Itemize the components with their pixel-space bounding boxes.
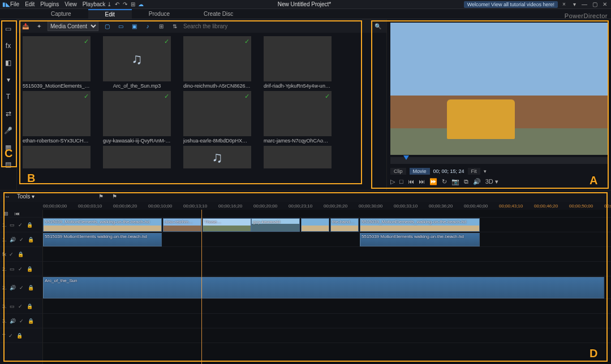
marker-a-icon[interactable]: ⚑ xyxy=(97,192,105,200)
media-thumb[interactable]: ✓dino-reichmuth-A5rCN8626Ck-uns… xyxy=(183,36,251,89)
timeline-track[interactable] xyxy=(43,314,611,328)
media-thumb[interactable]: drif-riadh-YpkuRn54y4w-unsplash.jpg xyxy=(264,36,332,89)
timeline-ruler[interactable]: 00;00;00;0000;00;03;1000;00;06;2000;00;1… xyxy=(0,202,611,210)
title-room[interactable]: T xyxy=(2,90,15,103)
plugin-icon[interactable]: ✦ xyxy=(34,21,44,31)
track-icons[interactable]: ▭ ✓ 🔒 xyxy=(10,266,34,272)
mode-movie[interactable]: Movie xyxy=(410,168,430,175)
threeD-toggle[interactable]: 3D ▾ xyxy=(485,178,498,185)
track-header[interactable]: 1.🔊 ✓ 🔒 xyxy=(0,232,42,247)
filter-video-icon[interactable]: ▭ xyxy=(115,21,126,31)
fit-timeline-icon[interactable]: ↔ xyxy=(3,192,11,200)
sort-icon[interactable]: ⇅ xyxy=(170,21,180,31)
volume-icon[interactable]: 🔊 xyxy=(473,178,481,185)
menu-playback[interactable]: Playback xyxy=(83,1,106,7)
aspect-icon[interactable]: ⊞ xyxy=(129,1,137,8)
tutorial-close-icon[interactable]: × xyxy=(560,1,568,8)
media-thumb[interactable]: ✓5515039_MotionElements_walking-… xyxy=(23,36,91,89)
snapshot-icon[interactable]: 📷 xyxy=(451,178,459,185)
track-icons[interactable]: ▭ ✓ 🔒 xyxy=(10,304,34,309)
pip-room[interactable]: ◧ xyxy=(2,57,15,69)
menu-view[interactable]: View xyxy=(64,1,77,7)
track-header[interactable]: 1.▭ ✓ 🔒 xyxy=(0,218,42,232)
timeline-clip[interactable]: dino-reichm… xyxy=(163,218,201,232)
media-thumb[interactable]: ✓Arc_of_the_Sun.mp3 xyxy=(103,36,171,89)
tab-produce[interactable]: Produce xyxy=(132,10,187,18)
timeline-clip[interactable]: the-band… xyxy=(330,218,359,232)
prev-frame-icon[interactable]: ⏮ xyxy=(408,178,414,185)
transition-room[interactable]: ⇄ xyxy=(2,107,15,120)
particle-room[interactable]: ▾ xyxy=(2,73,15,86)
minimize-icon[interactable]: — xyxy=(580,1,588,8)
search-input[interactable] xyxy=(183,23,371,29)
close-icon[interactable]: ✕ xyxy=(601,1,609,8)
timeline-clip[interactable]: 5515039 MotionElements walking-on-the-be… xyxy=(43,233,162,246)
track-icons[interactable]: 🔊 ✓ 🔒 xyxy=(10,318,35,324)
track-icons[interactable]: ✓ 🔒 xyxy=(9,252,25,257)
playhead[interactable] xyxy=(201,210,202,364)
fx-room[interactable]: fx xyxy=(2,40,15,52)
media-thumb[interactable]: ✓guy-kawasaki-iij-QvyRAnM-unsplas… xyxy=(103,91,171,144)
track-icons[interactable]: ▭ ✓ 🔒 xyxy=(10,222,34,228)
import-media-icon[interactable]: 📥 xyxy=(20,21,31,31)
cloud-icon[interactable]: ☁ xyxy=(137,1,145,8)
timeline-track[interactable] xyxy=(43,328,611,343)
preview-canvas[interactable] xyxy=(390,23,608,155)
track-header[interactable]: 3.▭ ✓ 🔒 xyxy=(0,299,42,314)
zoom-fit[interactable]: Fit xyxy=(468,168,480,175)
timeline-clip[interactable]: 5515039 MotionElements walking-on-the-be… xyxy=(360,233,480,246)
redo-icon[interactable]: ↷ xyxy=(121,1,129,8)
timeline-clip[interactable] xyxy=(301,218,329,232)
marker-track[interactable] xyxy=(43,210,611,218)
timeline-track[interactable] xyxy=(43,262,611,276)
goto-start-icon[interactable]: ⏮ xyxy=(13,210,21,218)
timeline-track[interactable]: 5515039 MotionElements walking-on-the-be… xyxy=(43,232,611,247)
track-header[interactable]: T✓ 🔒 xyxy=(0,328,42,343)
ffwd-icon[interactable]: ⏩ xyxy=(429,178,437,185)
tools-menu[interactable]: Tools ▾ xyxy=(17,193,35,200)
track-manager-icon[interactable]: ⊞ xyxy=(2,210,10,218)
media-thumb[interactable] xyxy=(183,146,251,168)
track-icons[interactable]: 🔊 ✓ 🔒 xyxy=(10,285,35,291)
loop-icon[interactable]: ↻ xyxy=(442,178,447,185)
media-room[interactable]: ▭ xyxy=(2,23,15,35)
timeline-track[interactable]: 5515039_MotionElements_walking-on-the-be… xyxy=(43,218,611,232)
track-header[interactable]: fx✓ 🔒 xyxy=(0,247,42,262)
search-icon[interactable]: 🔍 xyxy=(373,21,383,31)
audio-mixing[interactable]: 🎤 xyxy=(2,124,15,137)
timeline-clip[interactable]: Those… xyxy=(203,218,251,232)
timeline-clip[interactable]: 5515039_MotionElements_walking-on-the-be… xyxy=(360,218,480,232)
timeline-clip[interactable]: guy-kawasaki xyxy=(251,218,300,232)
library-dropdown[interactable]: Media Content xyxy=(48,21,98,31)
media-thumb[interactable]: ✓ethan-robertson-SYx3UCHZJlo-uns… xyxy=(23,91,91,144)
undo-icon[interactable]: ↶ xyxy=(113,1,121,8)
play-icon[interactable]: ▷ xyxy=(390,178,395,185)
timeline-track[interactable] xyxy=(43,247,611,262)
import-icon[interactable]: ⤓ xyxy=(105,1,113,8)
maximize-icon[interactable]: ▢ xyxy=(591,1,599,8)
media-thumb[interactable] xyxy=(264,146,332,168)
track-header[interactable]: 3.🔊 ✓ 🔒 xyxy=(0,314,42,328)
tab-edit[interactable]: Edit xyxy=(88,9,132,19)
track-icons[interactable]: 🔊 ✓ 🔒 xyxy=(10,237,35,242)
scrubber-knob-icon[interactable] xyxy=(403,155,409,160)
detach-icon[interactable]: ⧉ xyxy=(464,178,468,185)
mode-clip[interactable]: Clip xyxy=(390,168,406,175)
stop-icon[interactable]: □ xyxy=(399,178,403,185)
menu-file[interactable]: File xyxy=(10,1,19,7)
track-icons[interactable]: ✓ 🔒 xyxy=(8,333,24,339)
timeline-clip[interactable]: Arc_of_the_Sun xyxy=(43,277,604,298)
filter-all-icon[interactable]: ▢ xyxy=(102,21,112,31)
zoom-caret-icon[interactable]: ▾ xyxy=(484,168,487,174)
media-thumb[interactable]: ✓marc-james-N7cqyOhCAoE-unsplas… xyxy=(264,91,332,144)
timeline-content[interactable]: 5515039_MotionElements_walking-on-the-be… xyxy=(43,210,611,364)
menu-edit[interactable]: Edit xyxy=(25,1,35,7)
timeline-track[interactable] xyxy=(43,299,611,314)
timeline-track[interactable]: Arc_of_the_Sun xyxy=(43,276,611,299)
next-frame-icon[interactable]: ⏭ xyxy=(419,178,425,185)
subtitle-room[interactable]: ▤ xyxy=(2,158,15,171)
media-thumb[interactable] xyxy=(103,146,171,168)
tab-create-disc[interactable]: Create Disc xyxy=(187,10,250,18)
tab-capture[interactable]: Capture xyxy=(34,10,88,18)
filter-image-icon[interactable]: ▣ xyxy=(129,21,139,31)
